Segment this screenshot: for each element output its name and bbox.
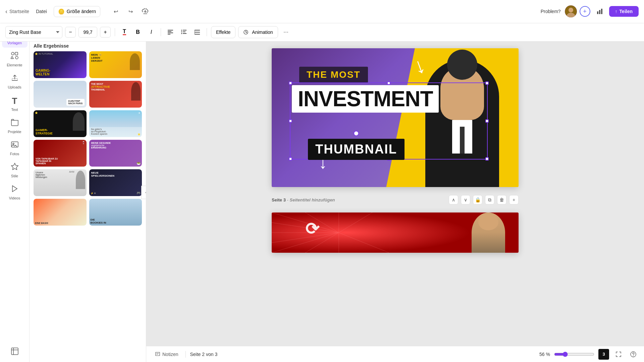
sidebar-item-uploads[interactable]: Uploads [2, 71, 28, 92]
notes-button[interactable]: Notizen [152, 350, 181, 359]
svg-rect-12 [183, 32, 185, 32]
template-card-gaming[interactable]: GAMING-WELTEN ⭐ IN TUTORIAL [34, 51, 87, 78]
template-card-gesunde[interactable]: MEINE GESUNDEvegetarischeERNÄHRUNG 🥗 [89, 140, 142, 167]
add-account-button[interactable]: + [580, 6, 590, 17]
svg-rect-6 [168, 31, 171, 32]
fullscreen-button[interactable] [613, 349, 624, 360]
home-link[interactable]: Startseite [9, 9, 29, 14]
template-card-flugticket[interactable]: So gühr'san Flugticket-Kosten sparen ✈ ⭐ [89, 110, 142, 137]
bottom-icon[interactable] [11, 347, 19, 357]
svg-point-13 [181, 33, 182, 34]
svg-rect-5 [168, 30, 173, 31]
canvas-scroll[interactable]: ↓ ↑ THE MOST [146, 42, 644, 362]
text-color-icon: T [123, 29, 126, 35]
status-divider [185, 351, 186, 358]
videos-icon [11, 185, 19, 195]
tie [460, 127, 465, 154]
view-mode-button[interactable]: 3 [598, 349, 609, 360]
rotation-handle[interactable]: ↻ [354, 131, 359, 136]
projekte-icon [11, 118, 19, 128]
animation-button[interactable]: Animation [238, 26, 278, 38]
template-card-meldungen[interactable]: UnseretäglichenMeldungen AHM [34, 169, 87, 196]
cloud-save-button[interactable] [139, 5, 151, 17]
template-card-attractive[interactable]: THE MOSTATTRACTIVETHUMBNAIL [89, 81, 142, 108]
page-lock-button[interactable]: 🔒 [473, 195, 482, 204]
text-color-button[interactable]: T [119, 27, 130, 38]
svg-point-1 [569, 8, 573, 12]
template-card-tapasbar[interactable]: VON TAPASBAR ZUTAPASBAR INSPANIEN 🍷 [34, 140, 87, 167]
share-button[interactable]: ↑ Teilen [609, 6, 639, 17]
svg-rect-2 [597, 11, 598, 14]
template-card-paris[interactable]: KURZTRIPNACH PARIS [34, 81, 87, 108]
hide-panel-button[interactable]: ‹ [141, 186, 146, 199]
sidebar-item-elemente[interactable]: Elemente [2, 49, 28, 70]
panel-section-title: Alle Ergebnisse [30, 43, 146, 51]
resize-button[interactable]: 🪙 Größe ändern [54, 6, 100, 17]
spacing-button[interactable] [192, 27, 203, 38]
back-arrow-icon: ‹ [5, 8, 7, 15]
font-size-decrease-button[interactable]: − [65, 27, 76, 38]
effects-label: Effekte [216, 29, 230, 35]
font-size-input[interactable] [78, 27, 97, 38]
italic-button[interactable]: I [146, 27, 157, 38]
page-delete-button[interactable]: 🗑 [497, 195, 506, 204]
toolbar-divider-3 [207, 28, 207, 36]
svg-rect-27 [11, 142, 18, 147]
zoom-slider[interactable] [554, 352, 594, 357]
font-size-increase-button[interactable]: + [100, 27, 111, 38]
sidebar-item-stile[interactable]: Stile [2, 160, 28, 181]
problem-button[interactable]: Problem? [541, 9, 561, 14]
projekte-label: Projekte [8, 130, 21, 134]
text-toolbar: Zing Rust Base − + T B I Effekte Animati… [0, 23, 644, 42]
resize-label: Größe ändern [67, 9, 96, 14]
svg-rect-30 [11, 348, 18, 355]
stile-icon [11, 163, 19, 173]
align-left-button[interactable] [165, 27, 176, 38]
businessman-container [400, 48, 519, 187]
page3-label: Seite 3 - Seitentitel hinzufügen [272, 197, 335, 202]
list-button[interactable] [178, 27, 189, 38]
page-duplicate-button[interactable]: ⧉ [485, 195, 494, 204]
template-card-bookies[interactable]: DIEBOOKIES IN [89, 199, 142, 226]
svg-point-9 [181, 30, 182, 31]
font-family-select[interactable]: Zing Rust Base [5, 26, 62, 38]
redo-button[interactable]: ↪ [124, 5, 137, 17]
stats-icon[interactable] [594, 6, 605, 17]
template-card-mein[interactable]: MEIN 😊LEBENDERZEIT [89, 51, 142, 78]
text-investment[interactable]: INVESTMENT [292, 85, 439, 113]
toolbar-divider-1 [115, 28, 115, 36]
header-right: Problem? + ↑ Teilen [541, 5, 639, 17]
back-button[interactable]: ‹ Startseite [5, 8, 29, 15]
help-button[interactable] [628, 349, 639, 360]
effects-button[interactable]: Effekte [211, 26, 235, 38]
left-sidebar: Vorlagen Elemente Uploads T Text Projekt… [0, 23, 30, 362]
page-collapse-button[interactable]: ∧ [449, 195, 458, 204]
bold-button[interactable]: B [132, 27, 143, 38]
page-canvas-3[interactable]: ⟳ [272, 213, 519, 253]
sidebar-item-text[interactable]: T Text [2, 93, 28, 114]
more-options-button[interactable]: ··· [281, 27, 291, 38]
canvas-content[interactable]: ↓ ↑ THE MOST [272, 48, 519, 187]
undo-button[interactable]: ↩ [110, 5, 122, 17]
file-menu[interactable]: Datei [33, 7, 50, 16]
elemente-icon [11, 52, 19, 62]
sidebar-item-projekte[interactable]: Projekte [2, 116, 28, 136]
text-the-most[interactable]: THE MOST [299, 67, 368, 83]
text-thumbnail[interactable]: THUMBNAIL ↻ [308, 139, 405, 160]
user-avatar[interactable] [565, 5, 577, 17]
svg-rect-17 [195, 34, 200, 35]
svg-rect-3 [599, 10, 600, 14]
status-bar: Notizen Seite 2 von 3 56 % 3 [146, 346, 644, 362]
svg-point-11 [181, 31, 182, 32]
template-card-gamer[interactable]: GAMER-STRATEGIE ⭐ [34, 110, 87, 137]
page-add-button[interactable]: + [509, 195, 519, 204]
sidebar-item-videos[interactable]: Videos [2, 182, 28, 203]
svg-rect-14 [183, 33, 186, 34]
fotos-label: Fotos [10, 152, 19, 156]
animation-label: Animation [252, 29, 273, 35]
sidebar-item-fotos[interactable]: Fotos [2, 138, 28, 159]
template-card-spielversionen[interactable]: NEUESPIELVERSIONEN 🎮 ⚡ ✱ [89, 169, 142, 196]
page-indicator: Seite 2 von 3 [190, 352, 217, 357]
template-card-basis[interactable]: EINE BASIS [34, 199, 87, 226]
page-expand-button[interactable]: ∨ [461, 195, 470, 204]
